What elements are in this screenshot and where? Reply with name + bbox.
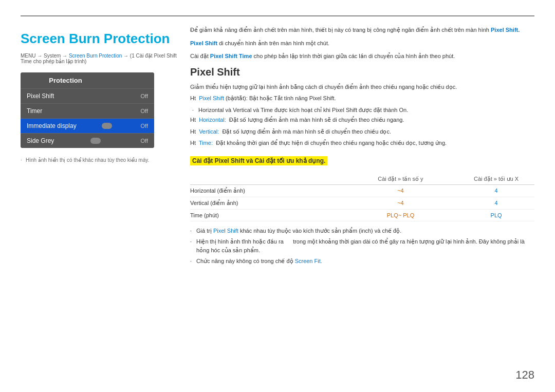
ht1: Ht Pixel Shift (bật/tắt): Bật hoặc Tắt t… bbox=[190, 94, 534, 103]
table-row-time: Time (phút) PLQ~ PLQ PLQ bbox=[190, 210, 534, 221]
menu-header: Protection bbox=[21, 72, 154, 88]
vertical-val1: ~4 bbox=[343, 200, 458, 206]
page-number: 128 bbox=[515, 368, 534, 382]
vertical-val2: 4 bbox=[458, 200, 534, 206]
bullet-item-2: Hiện thị hình ảnh tĩnh hoặc đầu ra trong… bbox=[190, 237, 534, 255]
intro-text-1: Để giảm khả năng điểm ảnh chết trên màn … bbox=[190, 26, 534, 35]
menu-item-immediate-display[interactable]: Immediate display Off bbox=[21, 118, 154, 133]
ht1-sub-orange: Pixel Shift bbox=[332, 107, 357, 113]
ht4: Ht Time: Đặt khoảng thời gian để thực hi… bbox=[190, 138, 534, 148]
side-grey-label: Side Grey bbox=[27, 137, 54, 144]
ht1-sub-blue: Horizontal bbox=[198, 107, 224, 113]
menu-item-side-grey[interactable]: Side Grey Off bbox=[21, 133, 154, 148]
horizontal-val2: 4 bbox=[458, 188, 534, 194]
toggle-icon bbox=[102, 123, 112, 129]
table-row-horizontal: Horizontal (điểm ảnh) ~4 4 bbox=[190, 185, 534, 197]
bullet-item-1: Giá trị Pixel Shift khác nhau tùy thuộc … bbox=[190, 227, 534, 236]
bullets-section: Giá trị Pixel Shift khác nhau tùy thuộc … bbox=[190, 227, 534, 266]
pixel-shift-value: Off bbox=[141, 93, 148, 99]
bullet1-blue: Pixel Shift bbox=[213, 228, 238, 234]
highlight-box: Cài đặt Pixel Shift và Cài đặt tối ưu kh… bbox=[190, 156, 327, 165]
table-header: Cài đặt » tần số y Cài đặt » tối ưu X bbox=[190, 174, 534, 185]
page-title: Screen Burn Protection bbox=[21, 31, 180, 47]
horizontal-val1: ~4 bbox=[343, 188, 458, 194]
intro-text-2: Pixel Shift di chuyển hình ảnh trên màn … bbox=[190, 39, 534, 48]
time-label: Time (phút) bbox=[190, 212, 343, 218]
table-row-vertical: Vertical (điểm ảnh) ~4 4 bbox=[190, 197, 534, 210]
breadcrumb-highlight: Screen Burn Protection bbox=[69, 53, 122, 59]
pixel-shift-time-ref: Pixel Shift Time bbox=[210, 53, 252, 59]
bullet3-blue: Screen Fit. bbox=[295, 258, 322, 264]
highlight-box-container: Cài đặt Pixel Shift và Cài đặt tối ưu kh… bbox=[190, 152, 534, 170]
ht3-blue: Vertical: bbox=[199, 128, 219, 135]
time-val1: PLQ~ PLQ bbox=[343, 212, 458, 218]
intro-text-3: Cài đặt Pixel Shift Time cho phép bản lậ… bbox=[190, 52, 534, 61]
ht1-sub-blue3: Time bbox=[261, 107, 273, 113]
pixel-shift-label: Pixel Shift bbox=[27, 92, 54, 100]
ht2-blue: Horizontal: bbox=[199, 117, 226, 123]
menu-item-timer[interactable]: Timer Off bbox=[21, 103, 154, 118]
toggle-icon-side-grey bbox=[90, 138, 101, 144]
pixel-shift-ref: Pixel Shift bbox=[190, 40, 217, 46]
menu-item-pixel-shift[interactable]: Pixel Shift Off bbox=[21, 88, 154, 103]
side-grey-value: Off bbox=[141, 138, 148, 144]
immediate-display-value: Off bbox=[141, 123, 148, 129]
breadcrumb: MENU → System → Screen Burn Protection →… bbox=[21, 53, 180, 64]
timer-label: Timer bbox=[27, 107, 42, 115]
ht3: Ht Vertical: Đặt số lượng điểm ảnh mà mà… bbox=[190, 127, 534, 137]
footnote: Hình ảnh hiển thị có thể khác nhau tùy t… bbox=[21, 157, 180, 163]
table-col-1-header: Cài đặt » tần số y bbox=[343, 176, 458, 182]
ht2: Ht Horizontal: Đặt số lượng điểm ảnh mà … bbox=[190, 115, 534, 125]
section-title: Pixel Shift bbox=[190, 66, 534, 78]
immediate-display-label: Immediate display bbox=[27, 122, 77, 129]
table-col-2-header: Cài đặt » tối ưu X bbox=[458, 176, 534, 182]
menu-container: Protection Pixel Shift Off Timer Off Imm… bbox=[21, 72, 154, 148]
ht1-blue: Pixel Shift bbox=[199, 95, 224, 101]
pixel-shift-link: Pixel Shift. bbox=[491, 27, 520, 33]
vertical-label: Vertical (điểm ảnh) bbox=[190, 200, 343, 207]
table-col-empty bbox=[190, 176, 343, 182]
timer-value: Off bbox=[141, 108, 148, 114]
section-desc: Giảm thiểu hiện tượng giữ lại hình ảnh b… bbox=[190, 82, 534, 92]
bullet-item-3: Chức năng này không có trong chế độ Scre… bbox=[190, 257, 534, 266]
ht1-sub: Horizontal và Vertical và Time được kích… bbox=[190, 105, 534, 115]
ht1-sub-blue2: Vertical bbox=[233, 107, 251, 113]
time-val2: PLQ bbox=[458, 212, 534, 218]
pixel-shift-table: Cài đặt » tần số y Cài đặt » tối ưu X Ho… bbox=[190, 174, 534, 221]
horizontal-label: Horizontal (điểm ảnh) bbox=[190, 188, 343, 194]
right-panel: Để giảm khả năng điểm ảnh chết trên màn … bbox=[190, 26, 534, 267]
ht4-blue: Time: bbox=[199, 140, 213, 146]
top-divider bbox=[21, 15, 534, 16]
left-panel: Screen Burn Protection MENU → System → S… bbox=[21, 26, 180, 163]
